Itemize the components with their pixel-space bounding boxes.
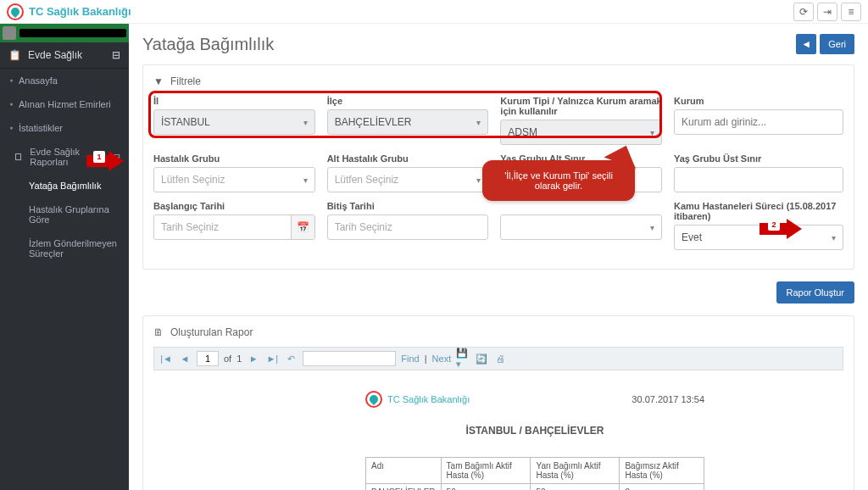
bitis-tarihi-label: Bitiş Tarihi [327,201,489,211]
filter-panel: ▼ Filtrele İl İSTANBUL ▾ İlçe BAHÇELİEVL… [142,64,854,270]
marker-badge: 1 [93,151,105,163]
refresh-button[interactable]: ⟳ [793,3,814,21]
report-toolbar: |◄ ◄ of 1 ► ►| ↶ Find | Next 💾▾ 🔄 🖨 [153,347,843,370]
toolbar-separator: | [425,354,427,364]
export-button[interactable]: 💾▾ [456,352,470,365]
first-page-button[interactable]: |◄ [159,352,173,365]
find-next-button[interactable]: Next [432,352,452,365]
refresh-report-button[interactable]: 🔄 [475,352,488,365]
baslangic-tarihi-input[interactable]: Tarih Seçiniz 📅 [153,214,315,240]
select-value: BAHÇELİEVLER [335,116,412,128]
next-page-button[interactable]: ► [247,352,260,365]
callout-bubble: 'İl,İlçe ve Kurum Tipi' seçili olarak ge… [482,160,635,201]
hastalik-grubu-select[interactable]: Lütfen Seçiniz ▾ [153,167,315,192]
find-button[interactable]: Find [401,352,419,365]
select-placeholder: Lütfen Seçiniz [335,174,398,186]
chevron-down-icon: ▾ [303,118,308,127]
callout-text: olarak gelir. [498,181,620,191]
empty-label [500,201,662,211]
document-icon: 🗎 [153,326,164,338]
marker-1: 1 [86,151,124,171]
sidebar-item-label: Alınan Hizmet Emirleri [19,99,111,109]
sidebar-item-label: Anasayfa [19,75,58,86]
calendar-icon[interactable]: 📅 [291,215,314,239]
prev-page-button[interactable]: ◄ [178,352,192,365]
col-yari: Yarı Bağımlı Aktif Hasta (%) [531,458,620,484]
find-input[interactable] [303,351,396,366]
refresh-icon: ⟳ [799,6,808,18]
clipboard-icon: 📋 [8,49,21,61]
kurum-label: Kurum [674,96,843,106]
back-button[interactable]: Geri [820,34,854,54]
print-button[interactable]: 🖨 [493,352,507,365]
col-tam: Tam Bağımlı Aktif Hasta (%) [441,458,531,484]
sidebar-item-label: Yatağa Bağımlılık [29,181,101,191]
logo-icon [7,3,24,20]
sidebar-item-hastalik-gruplarina[interactable]: Hastalık Gruplarına Göre [0,198,129,231]
rapor-olustur-button[interactable]: Rapor Oluştur [776,281,854,303]
marker-2: 2 [760,219,802,239]
report-document: TC Sağlık Bakanlığı 30.07.2017 13:54 İST… [365,391,704,490]
kurum-tipi-select[interactable]: ADSM ▾ [500,120,662,145]
menu-icon: ≡ [848,6,854,18]
avatar [3,26,16,40]
select-placeholder: Lütfen Seçiniz [161,174,225,186]
sidebar-item-izlem-gonderilmeyen[interactable]: İzlem Gönderilmeyen Süreçler [0,231,129,265]
sidebar-item-yataga-bagimlilik[interactable]: Yatağa Bağımlılık [0,174,129,198]
brand-area: TC Sağlık Bakanlığı [7,3,131,20]
marker-badge: 2 [768,219,780,231]
il-select[interactable]: İSTANBUL ▾ [153,109,315,135]
yas-ust-label: Yaş Grubu Üst Sınır [674,153,843,164]
last-page-button[interactable]: ►| [265,352,279,365]
chevron-down-icon: ▾ [650,223,654,232]
of-label: of [224,354,231,364]
collapse-icon[interactable]: ⊟ [112,49,120,61]
il-label: İl [153,96,315,106]
report-brand: TC Sağlık Bakanlığı [387,394,470,404]
kurum-input[interactable] [674,109,843,135]
ilce-label: İlçe [327,96,489,106]
sidebar-item-label: Hastalık Gruplarına Göre [29,204,109,225]
menu-button[interactable]: ≡ [841,3,861,21]
report-logo-icon [365,391,382,408]
back-nav-button[interactable]: ↶ [284,352,298,365]
yas-ust-input[interactable] [674,167,843,192]
report-table: Adı Tam Bağımlı Aktif Hasta (%) Yarı Bağ… [365,457,704,490]
kurum-tipi-label: Kurum Tipi / Yalnızca Kurum aramak için … [500,96,662,116]
alt-hastalik-grubu-label: Alt Hastalık Grubu [327,153,489,164]
user-badge[interactable] [0,24,129,42]
col-bagimsiz: Bağımsız Aktif Hasta (%) [620,458,704,484]
funnel-icon: ▼ [153,75,164,87]
kurum-input-field[interactable] [682,116,836,128]
ilce-select[interactable]: BAHÇELİEVLER ▾ [327,109,489,135]
chevron-down-icon: ▾ [650,128,654,137]
date-placeholder: Tarih Seçiniz [335,221,392,233]
chevron-down-icon: ▾ [832,233,836,242]
cell-adi: BAHÇELİEVLER [366,484,442,491]
sidebar-item-label: İzlem Gönderilmeyen Süreçler [29,238,117,259]
page-number-input[interactable] [197,351,219,366]
select-value: Evet [682,231,702,243]
select-value: ADSM [508,126,537,138]
cell-bagimsiz: 0 [620,484,704,491]
chevron-down-icon: ▾ [476,175,481,185]
username-redacted [19,29,126,37]
select-value: İSTANBUL [161,116,210,128]
report-panel: 🗎 Oluşturulan Rapor |◄ ◄ of 1 ► ►| ↶ Fin… [142,315,854,490]
sidebar-item-hizmet-emirleri[interactable]: Alınan Hizmet Emirleri [0,92,129,116]
back-arrow-button[interactable]: ◄ [796,34,816,54]
logout-button[interactable]: ⇥ [817,3,837,21]
yas-ust-field[interactable] [682,174,836,186]
bitis-tarihi-input[interactable]: Tarih Seçiniz [327,214,489,240]
page-title: Yatağa Bağımlılık [142,35,274,54]
total-pages: 1 [236,354,242,364]
report-timestamp: 30.07.2017 13:54 [632,394,704,404]
cell-yari: 50 [531,484,620,491]
empty-select[interactable]: ▾ [500,214,662,240]
square-icon [15,153,21,160]
alt-hastalik-grubu-select[interactable]: Lütfen Seçiniz ▾ [327,167,489,192]
panel-head-label: Oluşturulan Rapor [170,326,253,338]
sidebar-item-istatistikler[interactable]: İstatistikler [0,116,129,140]
sidebar-section-head[interactable]: 📋 Evde Sağlık ⊟ [0,42,129,69]
sidebar-item-anasayfa[interactable]: Anasayfa [0,69,129,92]
